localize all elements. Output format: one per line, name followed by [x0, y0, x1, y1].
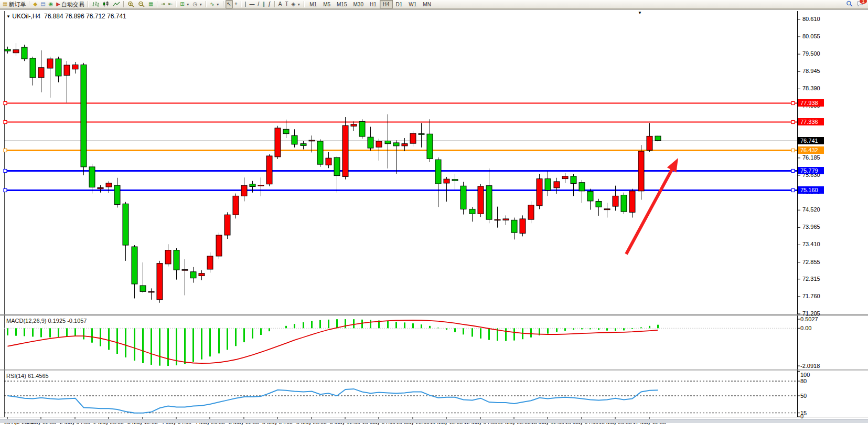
profiles-caret-icon[interactable]: ▼	[199, 3, 202, 6]
profiles-button[interactable]: ◷▼	[191, 0, 205, 8]
sound-alert-button[interactable]: ◉	[47, 0, 55, 8]
line-handle[interactable]	[4, 170, 7, 173]
tile-windows-icon: ▦	[148, 2, 153, 7]
candle-body	[385, 141, 391, 143]
indicators-caret-icon[interactable]: ▼	[216, 3, 220, 6]
candle-body	[554, 182, 560, 188]
candle-body	[579, 183, 585, 191]
timeframe-w1-button[interactable]: W1	[405, 0, 420, 8]
price-axis-label: 80.610	[802, 16, 820, 22]
arrow-objects-caret-icon[interactable]: ▼	[297, 3, 301, 6]
candle-body	[638, 151, 644, 191]
line-handle[interactable]	[791, 121, 795, 124]
text-button[interactable]: A	[277, 0, 284, 8]
timeframe-d1-button[interactable]: D1	[393, 0, 406, 8]
chart-shift-marker-icon[interactable]: ▼	[638, 10, 642, 15]
candle-body	[469, 209, 475, 214]
toolbar-group: ▦	[126, 0, 155, 8]
cursor-button[interactable]: ↖	[226, 0, 233, 8]
timeframe-m30-button[interactable]: M30	[350, 0, 366, 8]
horizontal-line-button[interactable]: —	[248, 0, 256, 8]
rsi-axis-label: 50	[800, 393, 807, 399]
horizontal-line-icon: —	[249, 2, 254, 7]
toolbar-separator	[223, 1, 224, 7]
candle-body	[22, 47, 27, 59]
line-handle[interactable]	[4, 102, 7, 105]
timeframe-h4-button[interactable]: H4	[380, 0, 393, 8]
candle-body	[342, 125, 348, 176]
timeframe-m5-button[interactable]: M5	[320, 0, 334, 8]
chart-window-button[interactable]: ▤	[39, 0, 47, 8]
candle-body	[444, 179, 449, 183]
candlestick-chart-button[interactable]	[101, 0, 111, 8]
rsi-line	[8, 389, 658, 413]
price-axis-label: 76.185	[802, 154, 820, 161]
market-watch-button[interactable]: ◆	[31, 0, 39, 8]
notifications-button[interactable]: 1	[856, 1, 864, 8]
symbol-dropdown-icon[interactable]: ▼	[6, 14, 10, 19]
new-order-button[interactable]: ▦新订单	[1, 0, 27, 8]
indicators-button[interactable]: ∿▼	[208, 0, 221, 8]
price-axis-label: 72.855	[802, 259, 820, 265]
candle-body	[460, 186, 466, 209]
autotrade-label: 自动交易	[61, 1, 84, 8]
toolbar-group: ⇥⇤	[159, 0, 175, 8]
timeframe-m1-button[interactable]: M1	[306, 0, 320, 8]
candle-body	[233, 196, 239, 215]
candle-body	[621, 195, 627, 212]
line-handle[interactable]	[791, 102, 795, 105]
candle-body	[258, 185, 264, 186]
candle-body	[419, 134, 424, 135]
chart-canvas[interactable]	[0, 10, 868, 432]
line-handle[interactable]	[791, 189, 795, 192]
timeframe-h1-button[interactable]: H1	[367, 0, 380, 8]
new-chart-caret-icon[interactable]: ▼	[186, 3, 190, 6]
candle-body	[478, 186, 484, 214]
vertical-line-button[interactable]: |	[243, 0, 248, 8]
bar-chart-button[interactable]	[90, 0, 101, 8]
chart-title: ▼ UKOil-,H4 76.884 76.896 76.712 76.741	[6, 13, 126, 20]
chart-shift-button[interactable]: ⇤	[167, 0, 174, 8]
crosshair-button[interactable]: +	[233, 0, 239, 8]
price-line-badge: 77.336	[798, 118, 824, 125]
zoom-out-button[interactable]	[136, 0, 147, 8]
new-chart-button[interactable]: ⊞▼	[178, 0, 191, 8]
arrow-objects-button[interactable]: ◈▼	[290, 0, 303, 8]
trendline-button[interactable]: /	[256, 0, 261, 8]
line-chart-button[interactable]	[111, 0, 122, 8]
price-axis-label: 80.055	[802, 33, 820, 39]
line-handle[interactable]	[791, 149, 795, 152]
candle-body	[368, 137, 373, 148]
candle-body	[182, 270, 188, 271]
candles-layer	[5, 43, 661, 303]
tile-windows-button[interactable]: ▦	[147, 0, 155, 8]
line-handle[interactable]	[791, 170, 795, 173]
toolbar-group	[90, 0, 122, 8]
candle-body	[224, 215, 230, 235]
timeframe-mn-button[interactable]: MN	[420, 0, 434, 8]
line-handle[interactable]	[4, 189, 7, 192]
search-icon	[846, 1, 853, 7]
auto-scroll-button[interactable]: ⇥	[159, 0, 167, 8]
price-line-badge: 77.938	[798, 99, 824, 107]
channel-button[interactable]: ∥	[261, 0, 266, 8]
candle-body	[359, 121, 365, 136]
candle-body	[452, 180, 458, 181]
fibonacci-button[interactable]: ƒ	[266, 0, 273, 8]
zoom-in-button[interactable]	[126, 0, 136, 8]
text-label-button[interactable]: T	[283, 0, 290, 8]
candle-body	[317, 141, 323, 164]
line-handle[interactable]	[4, 121, 7, 124]
timeframe-m15-button[interactable]: M15	[334, 0, 350, 8]
candle-body	[283, 129, 289, 133]
toolbar-group: AT◈▼	[277, 0, 302, 8]
trading-terminal: ▦新订单◆▤◉▶自动交易▦⇥⇤⊞▼◷▼∿▼↖+|—/∥ƒAT◈▼M1M5M15M…	[0, 0, 868, 432]
linechart-icon	[113, 1, 120, 7]
macd-indicator-label: MACD(12,26,9) 0.1925 -0.1057	[6, 318, 87, 324]
candle-body	[528, 205, 534, 219]
price-axis-label: 78.945	[802, 68, 820, 74]
chart-window[interactable]: ▼ UKOil-,H4 76.884 76.896 76.712 76.741 …	[0, 9, 868, 432]
line-handle[interactable]	[4, 149, 7, 152]
autotrade-button[interactable]: ▶自动交易	[55, 0, 86, 8]
search-button[interactable]	[846, 1, 853, 8]
